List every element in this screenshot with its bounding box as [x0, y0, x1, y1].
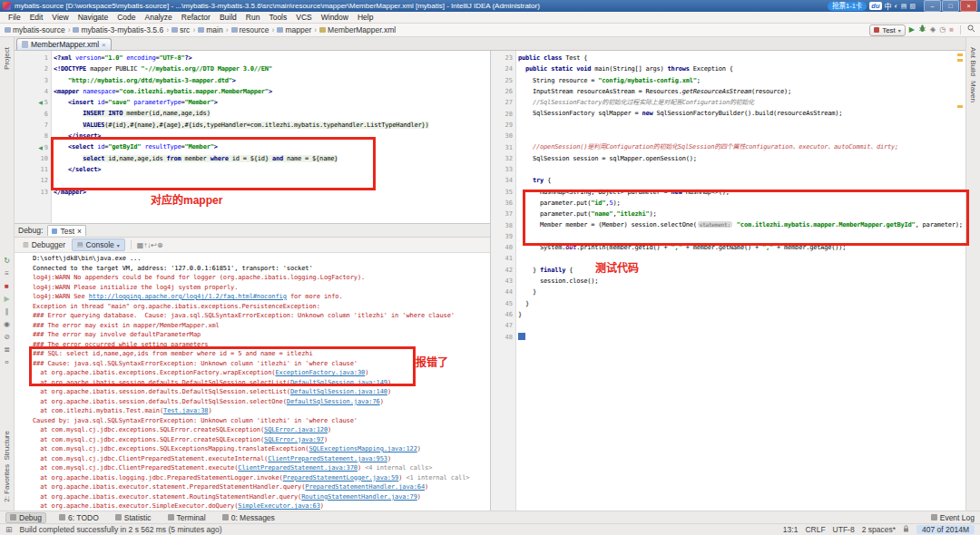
menu-item-view[interactable]: View: [47, 13, 73, 22]
stacktrace-link[interactable]: RoutingStatementHandler.java:79: [301, 493, 417, 501]
code-line[interactable]: at com.mysql.cj.jdbc.exceptions.SQLError…: [33, 435, 488, 445]
thread-dump-icon[interactable]: ≣: [4, 345, 10, 355]
code-line[interactable]: VALUES(#{id},#{name},#{age},#{ids,typeHa…: [54, 120, 429, 131]
tool-window-button-0-messages[interactable]: 0: Messages: [219, 512, 279, 523]
stop-button[interactable]: ■: [949, 25, 954, 34]
code-line[interactable]: at com.mysql.cj.jdbc.exceptions.SQLError…: [33, 425, 488, 435]
breadcrumb-item[interactable]: MemberMapper.xml: [319, 25, 396, 34]
code-line[interactable]: //openSession()是利用Configuration的初始化SqlSe…: [518, 141, 963, 152]
ime-tool-icon[interactable]: ◐: [895, 3, 898, 9]
code-line[interactable]: at org.apache.ibatis.executor.statement.…: [33, 492, 488, 502]
error-stripe-mark[interactable]: [957, 54, 963, 56]
code-line[interactable]: at org.apache.ibatis.session.defaults.De…: [33, 397, 488, 407]
code-line[interactable]: [518, 164, 963, 175]
menu-item-window[interactable]: Window: [317, 13, 353, 22]
close-tab-icon[interactable]: ×: [102, 41, 106, 49]
editor-tab-membermapper[interactable]: MemberMapper.xml ×: [16, 38, 112, 50]
menu-item-refactor[interactable]: Refactor: [177, 13, 215, 22]
code-line[interactable]: session.close();: [518, 276, 963, 287]
stacktrace-link[interactable]: PreparedStatementLogger.java:59: [283, 474, 399, 482]
stacktrace-link[interactable]: SQLError.java:97: [264, 436, 324, 443]
settings-icon[interactable]: ≡: [5, 269, 9, 278]
stacktrace-link[interactable]: DefaultSqlSession.java:76: [287, 398, 380, 405]
code-line[interactable]: public static void main(String[] args) t…: [518, 63, 963, 74]
code-line[interactable]: at org.apache.ibatis.executor.statement.…: [33, 482, 488, 492]
code-line[interactable]: try {: [518, 175, 963, 186]
view-breakpoints-icon[interactable]: ◉: [4, 320, 10, 329]
tool-window-button-statistic[interactable]: Statistic: [112, 512, 155, 523]
caret-position[interactable]: 13:1: [783, 525, 799, 534]
menu-item-run[interactable]: Run: [241, 13, 265, 22]
minimize-button[interactable]: –: [924, 0, 941, 12]
mapper-nav-arrow-icon[interactable]: ◀: [38, 100, 43, 105]
mapper-nav-arrow-icon[interactable]: ◀: [38, 145, 43, 151]
breadcrumb-item[interactable]: resource: [231, 25, 270, 34]
tool-window-switcher-icon[interactable]: ⊞: [5, 525, 13, 534]
vlabel-structure[interactable]: Structure: [3, 431, 11, 460]
search-everywhere-button[interactable]: [967, 24, 975, 35]
breadcrumb-item[interactable]: src: [172, 25, 190, 34]
stacktrace-link[interactable]: SQLExceptionsMapping.java:122: [309, 445, 416, 452]
clear-icon[interactable]: ⊗: [157, 241, 163, 249]
vlabel-project[interactable]: Project: [3, 47, 11, 70]
menu-item-tools[interactable]: Tools: [264, 13, 291, 22]
code-line[interactable]: InputStream resourceAsStream = Resources…: [518, 86, 963, 97]
breadcrumb-item[interactable]: mapper: [277, 25, 311, 34]
vlabel-ant-build[interactable]: Ant Build: [969, 47, 977, 76]
code-line[interactable]: </select>: [54, 164, 429, 175]
code-line[interactable]: <select id="getById" resultType="Member"…: [54, 141, 429, 152]
code-line[interactable]: [518, 253, 963, 264]
rerun-icon[interactable]: ↻: [4, 257, 10, 266]
xml-editor[interactable]: 1234◀5678◀910111213 <?xml version="1.0" …: [15, 51, 490, 223]
stop-icon[interactable]: ■: [5, 282, 9, 291]
code-line[interactable]: SqlSessionFactory sqlMapper = new SqlSes…: [518, 108, 963, 119]
java-editor[interactable]: 2324252627282930313233343536373839404142…: [490, 51, 965, 511]
run-config-select[interactable]: Test ▾: [869, 24, 906, 36]
code-line[interactable]: Caused by: java.sql.SQLSyntaxErrorExcept…: [33, 416, 488, 426]
debug-button[interactable]: [918, 24, 926, 35]
ime-keyboard-icon[interactable]: ▤: [901, 3, 907, 10]
run-button[interactable]: ▶: [909, 25, 915, 34]
stacktrace-link[interactable]: ClientPreparedStatement.java:370: [238, 464, 358, 472]
code-line[interactable]: } finally {: [518, 265, 963, 276]
memory-indicator[interactable]: 407 of 2014M: [916, 525, 975, 534]
ime-settings-icon[interactable]: ▧: [909, 3, 916, 10]
menu-item-file[interactable]: File: [4, 13, 25, 22]
profiler-button[interactable]: ◷: [939, 25, 946, 34]
file-encoding[interactable]: UTF-8: [833, 525, 855, 534]
code-line[interactable]: </mapper>: [54, 187, 429, 198]
debug-session-tab[interactable]: Test ×: [47, 225, 86, 236]
menu-item-edit[interactable]: Edit: [25, 13, 48, 22]
code-line[interactable]: at org.apache.ibatis.session.defaults.De…: [33, 387, 488, 397]
code-line[interactable]: </insert>: [54, 131, 429, 141]
code-line[interactable]: public class Test {: [518, 53, 963, 63]
close-button[interactable]: ×: [960, 0, 977, 12]
code-line[interactable]: at com.mysql.cj.jdbc.exceptions.SQLExcep…: [33, 444, 488, 454]
code-line[interactable]: Exception in thread "main" org.apache.ib…: [33, 302, 488, 312]
code-line[interactable]: log4j:WARN No appenders could be found f…: [33, 273, 488, 283]
tab-debugger[interactable]: ▥ Debugger: [18, 239, 70, 250]
code-line[interactable]: ### The error occurred while setting par…: [33, 340, 488, 350]
code-line[interactable]: <!DOCTYPE mapper PUBLIC "-//mybatis.org/…: [54, 63, 429, 74]
code-line[interactable]: log4j:WARN See http://logging.apache.org…: [33, 292, 488, 302]
code-line[interactable]: select id,name,age,ids from member where…: [54, 153, 429, 164]
code-line[interactable]: [518, 120, 963, 131]
menu-item-build[interactable]: Build: [215, 13, 241, 22]
close-session-icon[interactable]: ×: [77, 227, 82, 236]
code-line[interactable]: }: [518, 309, 963, 320]
code-line[interactable]: at com.itlezhi.mybatis.Test.main(Test.ja…: [33, 406, 488, 416]
code-line[interactable]: [54, 175, 429, 186]
mute-breakpoints-icon[interactable]: ⊘: [4, 333, 10, 342]
code-line[interactable]: //SqlSessionFactory的初始化过程实际上是对配置Configur…: [518, 97, 963, 108]
error-stripe-mark[interactable]: [957, 59, 963, 62]
code-line[interactable]: at org.apache.ibatis.session.defaults.De…: [33, 378, 488, 388]
stacktrace-link[interactable]: Test.java:38: [163, 407, 208, 414]
code-line[interactable]: [518, 331, 963, 342]
tool-window-button-6-todo[interactable]: 6: TODO: [55, 512, 103, 523]
stacktrace-link[interactable]: SQLError.java:120: [264, 426, 328, 433]
code-line[interactable]: at org.apache.ibatis.executor.SimpleExec…: [33, 501, 488, 511]
lock-icon[interactable]: [903, 525, 909, 534]
code-line[interactable]: D:\soft\jdk8\bin\java.exe ...: [33, 254, 488, 264]
breadcrumb-item[interactable]: mybatis-source: [5, 25, 65, 34]
menu-item-analyze[interactable]: Analyze: [141, 13, 177, 22]
